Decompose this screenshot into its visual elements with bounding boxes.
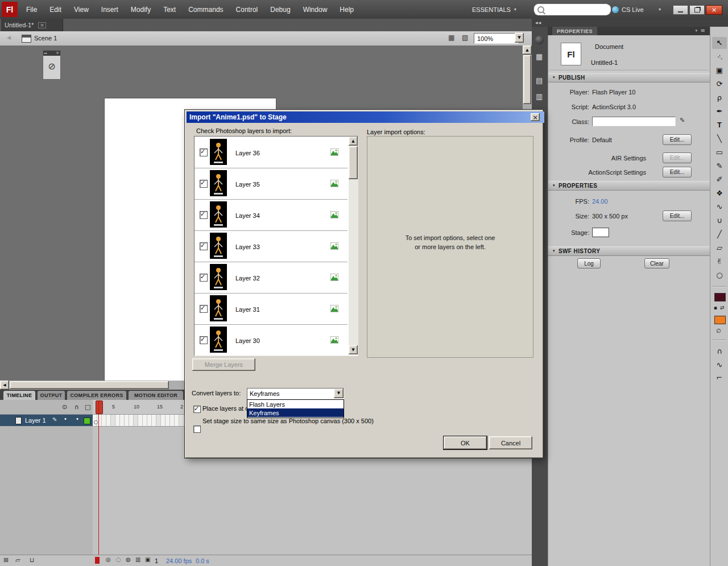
layer-list-row[interactable]: Layer 33 [195, 230, 348, 262]
expand-panels-icon[interactable]: ◀◀ [535, 21, 541, 24]
panel-icon-library[interactable]: ▥ [536, 93, 543, 100]
deco-tool-icon[interactable]: ❖ [712, 187, 727, 199]
player-value[interactable]: Flash Player 10 [592, 89, 635, 96]
center-frame-icon[interactable]: ◎ [106, 557, 111, 563]
publish-section-header[interactable]: ▾ PUBLISH [548, 73, 715, 82]
panel-menu-icon[interactable]: ≡ [701, 28, 705, 34]
layer-list-row[interactable]: Layer 35 [195, 168, 348, 200]
stage-size-checkbox[interactable] [193, 425, 201, 433]
convert-layers-combobox[interactable]: Keyframes ▼ [247, 388, 344, 400]
class-edit-pencil-icon[interactable]: ✎ [680, 117, 685, 123]
layer-list-row[interactable]: Layer 32 [195, 262, 348, 294]
layer-list-row[interactable]: Layer 34 [195, 199, 348, 231]
dialog-close-icon[interactable]: × [531, 113, 540, 121]
stage-color-swatch[interactable] [592, 228, 609, 237]
dropdown-option-flash-layers[interactable]: Flash Layers [247, 400, 344, 408]
back-arrow-icon[interactable]: ◀ [7, 35, 11, 40]
paint-bucket-tool-icon[interactable]: ∪ [712, 214, 727, 226]
scene-label[interactable]: Scene 1 [34, 35, 57, 42]
scroll-left-icon[interactable]: ◀ [0, 381, 9, 390]
vscroll-thumb[interactable] [523, 55, 531, 104]
menu-view[interactable]: View [74, 6, 89, 14]
hand-tool-icon[interactable]: ✌ [712, 255, 727, 267]
menu-debug[interactable]: Debug [270, 6, 290, 14]
rectangle-tool-icon[interactable]: ▭ [712, 146, 727, 158]
hscroll-thumb[interactable] [10, 381, 169, 389]
properties-section-header[interactable]: ▾ PROPERTIES [548, 181, 715, 191]
menu-commands[interactable]: Commands [188, 6, 223, 14]
cancel-button[interactable]: Cancel [489, 436, 532, 449]
new-folder-icon[interactable]: ▱ [15, 557, 20, 563]
place-layers-label[interactable]: Place layers at o [202, 405, 249, 412]
layer-list-row[interactable]: Layer 31 [195, 293, 348, 325]
layer-checkbox[interactable] [200, 148, 208, 156]
playhead[interactable] [96, 400, 103, 414]
panel-icon-grid[interactable]: ▦ [536, 53, 543, 60]
document-tab[interactable]: Untitled-1* × [1, 19, 63, 31]
stage-size-label[interactable]: Set stage size to same size as Photoshop… [202, 418, 374, 424]
layer-checkbox[interactable] [200, 305, 208, 313]
dropdown-option-keyframes[interactable]: Keyframes [247, 408, 344, 417]
pencil-tool-icon[interactable]: ✎ [712, 160, 727, 172]
scroll-down-icon[interactable]: ▼ [349, 345, 358, 354]
outline-layers-icon[interactable]: □ [85, 404, 90, 410]
close-button[interactable]: × [706, 5, 722, 15]
bone-tool-icon[interactable]: ∿ [712, 201, 727, 213]
layer-list-row[interactable]: Layer 30 [195, 324, 348, 356]
text-tool-icon[interactable]: T [712, 119, 727, 131]
class-input[interactable] [592, 117, 676, 126]
subselection-tool-icon[interactable]: ↖ [712, 51, 727, 63]
layer-checkbox[interactable] [200, 211, 208, 219]
playhead-scrub-marker[interactable] [95, 557, 100, 564]
mini-panel-close-icon[interactable]: × [56, 51, 59, 55]
tab-close-icon[interactable]: × [38, 22, 46, 28]
edit-scene-icon[interactable]: ▦ [448, 34, 454, 41]
tab-timeline[interactable]: TIMELINE [3, 391, 35, 400]
3d-rotation-tool-icon[interactable]: ⟳ [712, 78, 727, 90]
modify-markers-icon[interactable]: ▣ [145, 557, 150, 563]
layer-checkbox[interactable] [200, 242, 208, 250]
zoom-tool-icon[interactable]: ○ [712, 269, 727, 281]
eyedropper-tool-icon[interactable]: ╱ [712, 228, 727, 240]
layer-lock-dot-icon[interactable]: • [76, 416, 79, 422]
layer-list-row[interactable]: Layer 36 [195, 137, 348, 168]
profile-edit-button[interactable]: Edit... [663, 134, 692, 145]
layer-list-scrollbar[interactable]: ▲ ▼ [349, 137, 358, 354]
place-layers-checkbox[interactable] [193, 406, 201, 413]
menu-file[interactable]: File [26, 6, 37, 14]
mini-panel-arrows-icon[interactable]: ▸▸ [44, 52, 47, 55]
swf-history-section-header[interactable]: ▾ SWF HISTORY [548, 246, 715, 256]
edit-multiple-frames-icon[interactable]: ▥ [135, 557, 140, 563]
list-scroll-thumb[interactable] [349, 146, 358, 179]
frame-rate-value[interactable]: 24.00 fps [166, 557, 192, 564]
layer-checkbox[interactable] [200, 180, 208, 188]
zoom-dropdown-arrow[interactable]: ▼ [515, 33, 524, 43]
minimize-button[interactable] [673, 5, 688, 15]
swap-colors-icon[interactable]: ⇄ [720, 305, 725, 311]
smooth-option-icon[interactable]: ∿ [712, 359, 727, 371]
line-tool-icon[interactable]: ╲ [712, 133, 727, 144]
combobox-arrow-icon[interactable]: ▼ [334, 389, 344, 398]
cs-live-button[interactable]: CS Live [612, 5, 644, 14]
menu-modify[interactable]: Modify [131, 6, 151, 14]
menu-control[interactable]: Control [236, 6, 258, 14]
script-value[interactable]: ActionScript 3.0 [592, 104, 636, 110]
cs-live-chevron-icon[interactable]: ▾ [659, 7, 661, 12]
layer-row[interactable]: Layer 1 ✎ • • [0, 415, 93, 426]
menu-text[interactable]: Text [163, 6, 176, 14]
tab-motion-editor[interactable]: MOTION EDITOR [129, 391, 183, 400]
eraser-tool-icon[interactable]: ▱ [712, 242, 727, 254]
no-color-icon[interactable]: ∅ [716, 328, 721, 334]
layer-visibility-dot-icon[interactable]: • [64, 416, 67, 422]
brush-tool-icon[interactable]: ✐ [712, 173, 727, 185]
straighten-option-icon[interactable]: ⌐ [712, 371, 727, 383]
panel-icon-books[interactable]: ▤ [536, 77, 543, 84]
menu-insert[interactable]: Insert [101, 6, 118, 14]
stroke-color-swatch[interactable] [714, 293, 726, 301]
app-logo[interactable]: Fl [2, 2, 18, 17]
ok-button[interactable]: OK [444, 436, 487, 449]
tab-compiler-errors[interactable]: COMPILER ERRORS [67, 391, 126, 400]
pen-tool-icon[interactable]: ✒ [712, 105, 727, 117]
zoom-level-field[interactable]: 100% [474, 33, 519, 44]
mini-panel-tool-icon[interactable]: ⊘ [43, 56, 60, 77]
